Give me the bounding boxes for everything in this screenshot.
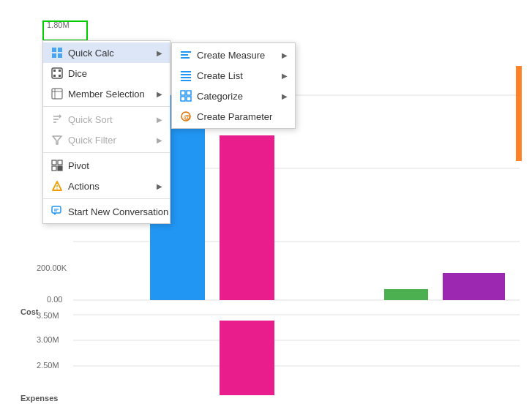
menu-item-pivot[interactable]: Pivot — [43, 155, 170, 176]
dice-label: Dice — [68, 68, 162, 79]
categorize-label: Categorize — [197, 91, 279, 102]
grid-icon — [50, 46, 64, 59]
svg-marker-50 — [53, 213, 56, 215]
member-selection-label: Member Selection — [68, 89, 154, 100]
expenses-label: Expenses — [20, 394, 58, 403]
svg-rect-22 — [181, 77, 191, 78]
svg-rect-35 — [52, 89, 62, 99]
separator-3 — [43, 198, 170, 199]
create-list-label: Create List — [197, 70, 279, 81]
svg-rect-23 — [181, 80, 191, 81]
svg-rect-34 — [59, 75, 61, 77]
pivot-icon — [50, 159, 64, 172]
categorize-arrow: ▶ — [282, 92, 288, 100]
svg-rect-17 — [181, 51, 191, 53]
parameter-icon: @ — [179, 110, 192, 123]
list-icon — [179, 69, 192, 82]
svg-rect-44 — [52, 166, 56, 171]
submenu-create-measure[interactable]: Create Measure ▶ — [172, 45, 295, 65]
submenu-create-list[interactable]: Create List ▶ — [172, 65, 295, 86]
separator-1 — [43, 106, 170, 107]
quick-sort-label: Quick Sort — [68, 114, 154, 125]
svg-rect-12 — [516, 66, 522, 161]
menu-item-actions[interactable]: Actions ▶ — [43, 176, 170, 196]
y-label-3-00m: 3.00M — [37, 335, 59, 344]
create-measure-label: Create Measure — [197, 50, 279, 61]
y-label-2-50m: 2.50M — [37, 361, 59, 370]
separator-2 — [43, 152, 170, 153]
member-selection-arrow: ▶ — [157, 90, 162, 98]
svg-text:@: @ — [184, 113, 190, 121]
create-measure-arrow: ▶ — [282, 51, 288, 59]
y-label-200k: 200.00K — [37, 263, 67, 272]
quick-calc-label: Quick Calc — [68, 48, 154, 59]
y-label-1-80m: 1.80M — [47, 20, 70, 29]
menu-item-quick-calc[interactable]: Quick Calc ▶ Create Measure ▶ — [43, 42, 170, 63]
svg-marker-41 — [53, 136, 61, 144]
dice-icon — [50, 67, 64, 80]
svg-rect-20 — [181, 71, 191, 72]
svg-rect-19 — [181, 57, 190, 59]
svg-rect-13 — [52, 48, 56, 52]
menu-item-dice[interactable]: Dice — [43, 63, 170, 83]
actions-arrow: ▶ — [157, 182, 162, 190]
create-list-arrow: ▶ — [282, 72, 288, 80]
quick-calc-submenu[interactable]: Create Measure ▶ Create List ▶ — [171, 42, 296, 129]
y-label-3-50m: 3.50M — [37, 311, 59, 320]
context-menu[interactable]: Quick Calc ▶ Create Measure ▶ — [42, 40, 171, 224]
menu-item-quick-filter[interactable]: Quick Filter ▶ — [43, 130, 170, 150]
svg-rect-14 — [58, 48, 62, 52]
svg-rect-18 — [181, 54, 188, 56]
svg-rect-27 — [187, 97, 191, 101]
svg-rect-10 — [443, 273, 505, 300]
svg-rect-16 — [58, 53, 62, 58]
create-parameter-label: Create Parameter — [197, 111, 288, 122]
svg-rect-9 — [384, 289, 428, 300]
pivot-label: Pivot — [68, 160, 162, 171]
svg-rect-43 — [58, 160, 62, 165]
quick-filter-label: Quick Filter — [68, 135, 154, 146]
submenu-create-parameter[interactable]: @ Create Parameter — [172, 106, 295, 127]
sort-icon — [50, 113, 64, 126]
svg-rect-24 — [181, 91, 185, 95]
svg-rect-33 — [53, 75, 56, 77]
submenu-categorize[interactable]: Categorize ▶ — [172, 86, 295, 106]
svg-rect-42 — [52, 160, 56, 165]
svg-rect-32 — [59, 70, 61, 72]
menu-item-member-selection[interactable]: Member Selection ▶ — [43, 83, 170, 104]
svg-rect-25 — [187, 91, 191, 95]
svg-rect-21 — [181, 74, 191, 75]
start-conversation-label: Start New Conversation — [68, 206, 168, 217]
svg-rect-11 — [220, 321, 274, 395]
cost-label: Cost — [20, 307, 38, 316]
menu-item-quick-sort[interactable]: Quick Sort ▶ — [43, 109, 170, 130]
actions-label: Actions — [68, 181, 154, 192]
quick-filter-arrow: ▶ — [157, 136, 162, 144]
svg-rect-15 — [52, 53, 56, 58]
svg-rect-8 — [220, 135, 274, 300]
measure-icon — [179, 48, 192, 61]
svg-rect-26 — [181, 97, 185, 101]
chat-icon — [50, 205, 64, 218]
svg-rect-31 — [53, 70, 56, 72]
svg-rect-45 — [58, 166, 62, 171]
y-label-0: 0.00 — [47, 295, 62, 304]
svg-point-48 — [56, 188, 58, 190]
filter-icon — [50, 133, 64, 146]
actions-icon — [50, 179, 64, 192]
quick-calc-arrow: ▶ — [157, 49, 162, 57]
categorize-icon — [179, 89, 192, 102]
menu-item-start-conversation[interactable]: Start New Conversation — [43, 201, 170, 222]
member-icon — [50, 87, 64, 100]
quick-sort-arrow: ▶ — [157, 116, 162, 124]
